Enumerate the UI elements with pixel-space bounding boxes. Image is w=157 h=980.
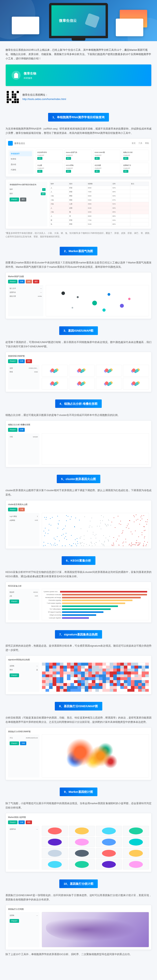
reset-button[interactable]: 重置 <box>26 821 32 824</box>
run-button[interactable]: 开始运行 <box>10 673 19 678</box>
section-title-8: 8、基因集打分tSNE/UMAP图 <box>55 702 102 711</box>
example-button[interactable]: 示例 <box>18 280 25 283</box>
run-button[interactable]: 开始运行 <box>10 600 19 603</box>
section-desc-4: 细胞占比分析，通过可视化展示图展示的是每个cluster在不同分组或不同样本中所… <box>5 413 152 417</box>
logo-icon <box>8 141 13 146</box>
run-button[interactable]: 开始运行 <box>8 508 18 512</box>
violin-panel <box>123 826 149 836</box>
violin-panel <box>96 859 122 869</box>
result-table: 物种组织细胞数活性备注 人肝脏850092%人肺脏720089%小鼠脾脏6800… <box>50 182 149 226</box>
run-button[interactable]: 开始运行 <box>8 821 18 824</box>
person-icon <box>14 73 18 78</box>
section-desc-8: 分析目标基因（可能是某条目标通路中的基因，功能、形态、特征是某种相互心思趋势，靶… <box>5 716 152 724</box>
cube-icon <box>85 13 100 28</box>
param-panel: 方法AddModuleScore 开始运行示例 <box>8 734 40 778</box>
section-desc-6: KEGG富集分析对中对于特定生物的信息进行计算，将基因按照等级从cluster间… <box>5 570 152 579</box>
param-panel: 基因CD3D,CD4... 降维tSNE <box>8 365 40 390</box>
reset-button[interactable]: 重置 <box>26 359 32 363</box>
section-title-5: 5、cluster差异基因火山图 <box>57 475 100 483</box>
example-button[interactable]: 示例 <box>18 821 25 824</box>
param-panel: 数据库KEGG p值0.05 开始运行 <box>8 589 40 620</box>
link-row: 微章生信云系统网址： http://tools.oebio.com/home/i… <box>5 90 152 104</box>
screenshot-2: Marker基因气泡图 开始运行 示例 参数 重置 输入文件— 基因列表— 颜色… <box>5 272 152 319</box>
hero-banner: 微章生信云 <box>0 0 157 41</box>
shot-app-title: 微章生信云 <box>14 142 25 145</box>
param-panel: 单细胞测序RNA测序项目经验查询 物种人 组织全部 开始运行 重置 <box>8 182 47 226</box>
run-button[interactable]: 开始运行 <box>10 741 19 745</box>
tool-card[interactable]: 基因集打分单细胞测序进入 <box>122 163 149 174</box>
screenshot-1a: 微章生信云 首页工具帮助 单细胞测序 转录组 蛋白组 代谢组 表达矩阵查询单细胞… <box>5 138 152 177</box>
violin-panel <box>96 837 122 847</box>
run-button[interactable]: 开始运行 <box>10 197 19 202</box>
sidebar-item[interactable]: 单细胞测序 <box>10 151 32 156</box>
param-panel: 输入文件— 基因列表— 颜色方案viridis <box>8 285 43 317</box>
screenshot-5: cluster差异基因火山图 开始运行 下载 logFC阈值1 p值阈值0.05 <box>5 500 152 549</box>
stacked-bar-chart <box>42 433 149 465</box>
screenshot-10: 基因集打分空间图 基因集— 开始运行 <box>5 905 152 950</box>
violin-panel <box>42 837 68 847</box>
hero-card-right2 <box>116 19 143 36</box>
section-title-6: 6、KEGG富集分析 <box>62 556 95 565</box>
violin-panel <box>69 848 95 858</box>
section-note-1: *覆盖多种研究中体相关数据，统计涉及人、小鼠、大鼠、猪、兔、恒河猴等多个物种共1… <box>5 231 152 239</box>
section-desc-10b: 除了上述10个工具外，单细胞测序学的差异基因GO分析、拟时序、二次聚集细胞类型等… <box>5 952 152 956</box>
kegg-bar-chart: Cytokine-cytokine receptorCell adhesion … <box>42 589 149 620</box>
screenshot-banner: 微章生物 科研服务 <box>5 64 152 86</box>
qr-code-icon <box>5 90 20 104</box>
section-title-9: 9、Marker基因统计图 <box>60 788 97 796</box>
params-button[interactable]: 参数 <box>26 280 32 283</box>
example-button[interactable]: 示例 <box>18 359 25 363</box>
run-button[interactable]: 开始运行 <box>8 280 18 283</box>
section-desc-2: 想要通过marker基因分析在cluster中表达的情况？又想知道靶基marke… <box>5 261 152 269</box>
violin-panel <box>42 826 68 836</box>
sidebar-item[interactable]: 代谢组 <box>10 167 32 172</box>
example-button[interactable]: 示例 <box>18 428 25 432</box>
hero-monitor: 微章生信云 <box>49 3 108 38</box>
section-title-2: 2、Marker基因气泡图 <box>60 247 97 255</box>
platform-link[interactable]: http://tools.oebio.com/home/index.html <box>22 98 66 100</box>
screenshot-1b: 单细胞测序RNA测序项目经验查询 物种人 组织全部 开始运行 重置 物种组织细胞… <box>5 179 152 229</box>
violin-panel <box>69 837 95 847</box>
violin-panel <box>42 848 68 858</box>
param-panel: 分组sample <box>8 433 40 465</box>
spatial-chart <box>42 912 149 947</box>
section-title-7: 7、signature基因集表达热图 <box>55 630 102 639</box>
example-button[interactable]: 示例 <box>20 741 26 745</box>
sidebar: 单细胞测序 转录组 蛋白组 代谢组 <box>8 150 34 174</box>
sidebar-item[interactable]: 蛋白组 <box>10 162 32 167</box>
run-button[interactable]: 开始运行 <box>8 428 18 432</box>
sidebar-item[interactable]: 转录组 <box>10 157 32 162</box>
param-panel: 基因列表— <box>8 826 40 869</box>
reset-button[interactable]: 重置 <box>33 280 39 283</box>
hero-card-left <box>12 17 39 34</box>
section-title-10: 10、基因集打分统计图 <box>59 880 98 888</box>
tool-card[interactable]: 火山图单细胞测序进入 <box>36 163 63 174</box>
tsne-grid <box>42 365 149 390</box>
tool-card[interactable]: tSNE/UMAP图单细胞测序进入 <box>93 150 120 161</box>
tool-card[interactable]: 表达矩阵查询单细胞测序进入 <box>36 150 63 161</box>
banner-t1: 微章生物 <box>24 71 36 76</box>
run-button[interactable]: 开始运行 <box>10 919 19 923</box>
violin-panel <box>123 859 149 869</box>
tool-card[interactable]: 细胞占比分析单细胞测序进入 <box>122 150 149 161</box>
run-button[interactable]: 开始运行 <box>8 359 18 363</box>
param-panel: 基因集— 开始运行 <box>8 912 40 947</box>
violin-panel <box>42 859 68 869</box>
violin-grid <box>42 826 149 869</box>
download-button[interactable]: 下载 <box>18 508 25 512</box>
violin-panel <box>69 859 95 869</box>
section-title-4: 4、细胞占比分析-堆叠柱形图 <box>55 399 102 408</box>
volcano-chart <box>42 513 149 546</box>
reset-button[interactable]: 重置 <box>20 197 26 202</box>
tool-card[interactable]: 表达热图单细胞测序进入 <box>93 163 120 174</box>
section-title-1: 1、单细胞测序RNA测序学项目经验查询 <box>48 113 109 121</box>
tool-card[interactable]: KEGG富集单细胞测序进入 <box>64 163 92 174</box>
screenshot-7: signature基因集表达热图 基因集— 聚类是 开始运行 <box>5 655 152 694</box>
section-desc-5: cluster差异基因火山图用于展示某个cluster相对于差异基因上调下调是下… <box>5 488 152 497</box>
screenshot-3: 基因tSNE/UMAP图 开始运行 示例 重置 基因CD3D,CD4... 降维… <box>5 352 152 392</box>
violin-panel <box>96 826 122 836</box>
violin-panel <box>96 848 122 858</box>
heatmap-chart <box>42 662 149 692</box>
intro-paragraph: 微章生信云系统自2023年11月上线以来，已经上架79个生信小工具，其中单细胞测… <box>5 48 152 61</box>
tool-card[interactable]: Marker基因气泡单细胞测序进入 <box>64 150 92 161</box>
